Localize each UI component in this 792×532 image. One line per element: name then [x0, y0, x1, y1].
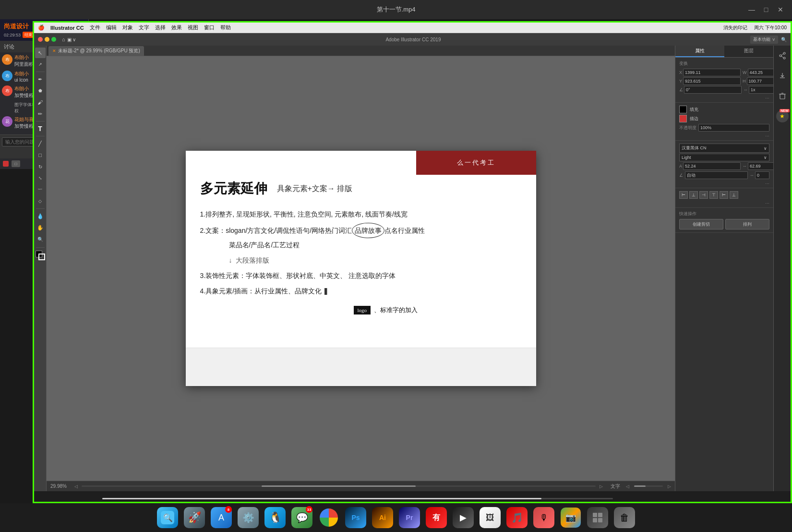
menu-view[interactable]: 视图	[188, 24, 198, 31]
shaper-tool[interactable]: ◇	[35, 196, 46, 206]
dock-finder[interactable]: 🔍	[155, 505, 180, 530]
pen-tool[interactable]: ✒	[35, 74, 46, 85]
font-name-dropdown[interactable]: 汉量黑体 CN ∨	[679, 144, 769, 153]
menu-file[interactable]: 文件	[90, 24, 100, 31]
angle-input[interactable]	[684, 86, 742, 94]
dock-premiere[interactable]: Pr	[397, 505, 422, 530]
star-icon[interactable]: ★ NEW	[776, 110, 789, 122]
dock-trash[interactable]: 🗑	[612, 505, 637, 530]
direct-select-tool[interactable]: ↗	[35, 59, 46, 70]
y-input[interactable]	[683, 77, 741, 85]
maximize-dot[interactable]	[51, 37, 56, 42]
leading-input[interactable]	[685, 171, 748, 179]
close-dot[interactable]	[38, 37, 43, 42]
align-right-btn[interactable]: ⊣	[699, 191, 708, 199]
delete-icon[interactable]	[776, 90, 789, 102]
dock-qq[interactable]: 🐧	[263, 505, 288, 530]
more-options-4[interactable]: …	[679, 200, 769, 205]
scroll-bar[interactable]	[82, 485, 596, 487]
apple-icon[interactable]: 🍎	[38, 24, 45, 31]
menu-illustratorcc[interactable]: Illustrator CC	[50, 25, 84, 31]
maximize-button[interactable]: □	[762, 6, 770, 13]
dock-wechat[interactable]: 💬 33	[289, 505, 314, 530]
stroke-swatch[interactable]	[679, 115, 687, 122]
tab-properties[interactable]: 属性	[675, 46, 724, 57]
scroll-bar-h[interactable]	[634, 485, 663, 487]
align-left-btn[interactable]: ⊢	[679, 191, 688, 199]
scroll-right-btn[interactable]: ▷	[600, 484, 603, 489]
align-bottom-btn[interactable]: ⊥	[730, 191, 738, 199]
x-input[interactable]	[683, 69, 741, 76]
text-tool[interactable]: T	[35, 123, 46, 134]
share-icon[interactable]	[776, 49, 789, 62]
tracking-input[interactable]	[748, 162, 773, 170]
more-options-2[interactable]: …	[679, 133, 769, 137]
menu-object[interactable]: 对象	[122, 24, 133, 31]
fill-swatch[interactable]	[679, 106, 687, 113]
zoom-tool[interactable]: 🔍	[35, 234, 46, 244]
opacity-input[interactable]	[698, 124, 769, 132]
font-size-input[interactable]	[683, 162, 741, 170]
slide-line-3: 3.装饰性元素：字体装饰框、形状衬底、中英文、 注意选取的字体	[200, 269, 522, 282]
rect-tool[interactable]: □	[35, 150, 46, 160]
tab-layers[interactable]: 图层	[724, 46, 773, 57]
align-vcenter-btn[interactable]: ⊢	[720, 191, 728, 199]
dock-grid[interactable]	[585, 505, 610, 530]
scroll-left-btn[interactable]: ◁	[74, 484, 78, 489]
close-button[interactable]: ✕	[777, 6, 784, 13]
scale-tool[interactable]: ⤡	[35, 173, 46, 183]
wechat-badge: 33	[306, 506, 312, 513]
dock-youdao[interactable]: 有	[424, 505, 449, 530]
arrange-btn[interactable]: 排列	[725, 219, 769, 230]
fill-stroke-indicator[interactable]	[36, 251, 45, 260]
dock-launchpad[interactable]: 🚀	[182, 505, 207, 530]
select-tool[interactable]: ↖	[35, 48, 46, 58]
pencil-tool[interactable]: ✏	[35, 109, 46, 119]
menu-text[interactable]: 文字	[139, 24, 149, 31]
workspace-btn[interactable]: 基本功能 ∨	[750, 36, 778, 44]
h-input[interactable]	[747, 77, 773, 85]
download-icon[interactable]	[776, 70, 789, 82]
font-style-dropdown[interactable]: Light ∨	[679, 154, 769, 161]
rotate-tool[interactable]: ↻	[35, 161, 46, 172]
progress-bar[interactable]	[102, 498, 613, 499]
dock-fcpx[interactable]: ▶	[451, 505, 476, 530]
create-clip-btn[interactable]: 创建剪切	[679, 219, 723, 230]
dock-photos[interactable]: 📷	[558, 505, 583, 530]
dock-photoshop[interactable]: Ps	[343, 505, 368, 530]
canvas-tab-active[interactable]: ✕ 未标题-2* @ 29.99% (RGB/GPU 预览)	[48, 46, 144, 56]
align-center-btn[interactable]: ⊥	[689, 191, 698, 199]
dock-preview[interactable]: 🖼	[478, 505, 503, 530]
dock-appstore[interactable]: A 8	[209, 505, 234, 530]
more-options-3[interactable]: …	[679, 180, 769, 185]
record-indicator[interactable]	[3, 161, 9, 167]
more-options[interactable]: …	[679, 95, 769, 99]
window-controls[interactable]: — □ ✕	[748, 6, 784, 13]
dock-netease[interactable]: 🎵	[504, 505, 529, 530]
align-top-btn[interactable]: ⊤	[709, 191, 718, 199]
menu-effects[interactable]: 效果	[171, 24, 182, 31]
brush-tool[interactable]: 🖌	[35, 97, 46, 108]
menu-help[interactable]: 帮助	[220, 24, 231, 31]
dock-settings[interactable]: ⚙️	[236, 505, 261, 530]
anchor-tool[interactable]: ⬟	[35, 85, 46, 96]
home-btn[interactable]: ⌂	[62, 36, 65, 42]
menu-edit[interactable]: 编辑	[106, 24, 117, 31]
menu-select[interactable]: 选择	[155, 24, 166, 31]
dock-chrome[interactable]	[316, 505, 341, 530]
dock-netease2[interactable]: 🎙	[531, 505, 556, 530]
hand-tool[interactable]: ✋	[35, 222, 46, 233]
minimize-dot[interactable]	[45, 37, 49, 42]
panel-toggle[interactable]: ▣ ∨	[67, 37, 76, 42]
scale-input[interactable]	[749, 86, 773, 94]
tracking-input-2[interactable]	[755, 171, 769, 179]
search-icon[interactable]: 🔍	[781, 37, 787, 42]
eyedrop-tool[interactable]: 💧	[35, 211, 46, 221]
line-tool[interactable]: ╱	[35, 138, 46, 149]
warp-tool[interactable]: 〰	[35, 184, 46, 195]
screen-btn[interactable]: □	[12, 160, 20, 167]
menu-window[interactable]: 窗口	[204, 24, 215, 31]
w-input[interactable]	[748, 69, 773, 76]
dock-illustrator[interactable]: Ai	[370, 505, 395, 530]
minimize-button[interactable]: —	[748, 6, 756, 13]
